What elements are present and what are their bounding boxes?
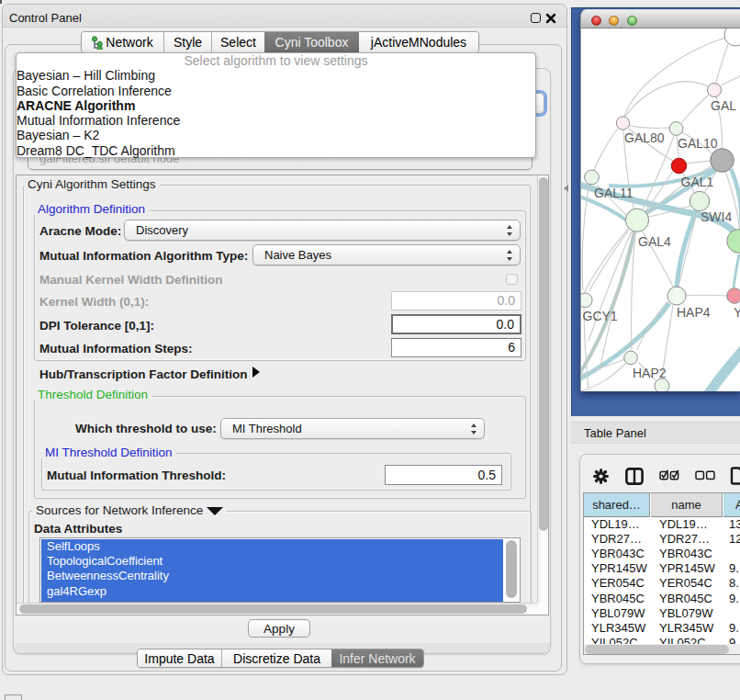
svg-text:HAP4: HAP4: [677, 305, 711, 320]
svg-text:GAL4: GAL4: [638, 234, 671, 249]
svg-text:Y: Y: [734, 305, 740, 320]
svg-text:GCY1: GCY1: [583, 309, 618, 323]
svg-text:SWI4: SWI4: [701, 209, 732, 224]
svg-text:GAL: GAL: [711, 98, 736, 113]
svg-text:GAL80: GAL80: [624, 130, 665, 145]
svg-text:GAL1: GAL1: [681, 175, 714, 189]
svg-text:HAP2: HAP2: [633, 366, 667, 380]
svg-text:GAL10: GAL10: [678, 136, 718, 151]
svg-text:GAL11: GAL11: [594, 186, 633, 200]
